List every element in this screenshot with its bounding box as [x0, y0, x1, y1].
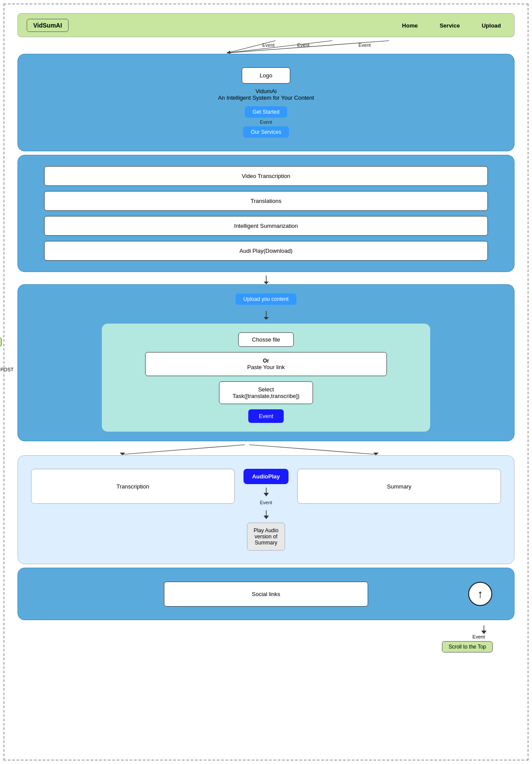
service-translations[interactable]: Translations	[44, 191, 488, 211]
svg-marker-9	[264, 317, 269, 320]
audio-event-arrow2	[260, 510, 273, 519]
navbar: VidSumAI Home Service Upload	[17, 13, 515, 37]
upload-inner-arrow	[257, 311, 275, 320]
service-intelligent-summarization[interactable]: Intelligent Summarization	[44, 216, 488, 236]
transcription-box: Transcription	[31, 469, 235, 504]
summary-box: Summary	[297, 469, 501, 504]
hero-section: Logo VidumAi An Intelligent System for Y…	[17, 54, 515, 151]
services-to-upload-arrow	[257, 276, 275, 284]
select-task-box[interactable]: Select Task([translate,transcribe])	[219, 381, 313, 404]
service-video-transcription[interactable]: Video Transcription	[44, 166, 488, 186]
nav-service[interactable]: Service	[440, 22, 460, 28]
scroll-event-arrow	[475, 625, 493, 634]
svg-marker-15	[264, 493, 269, 496]
nav-upload[interactable]: Upload	[482, 22, 501, 28]
svg-marker-19	[481, 631, 487, 634]
scroll-top-button[interactable]: ↑	[468, 582, 492, 606]
upload-section: Upload you content Chosse file Or Paste …	[17, 284, 515, 441]
svg-line-10	[122, 445, 245, 454]
svg-marker-17	[264, 516, 269, 519]
scroll-top-area: Event Scroll to the Top	[17, 625, 515, 652]
upload-button[interactable]: Upload you content	[236, 293, 296, 305]
event-button-upload[interactable]: Event	[248, 409, 284, 423]
scroll-event-label: Event	[473, 634, 485, 639]
get-started-button[interactable]: Get Started	[245, 106, 287, 118]
paste-link-label[interactable]: Paste Your link	[163, 364, 369, 370]
upload-to-results-arrows	[17, 445, 515, 455]
audio-play-area: AudioPlay Event Play Audio version of Su…	[243, 469, 289, 551]
nav-home[interactable]: Home	[402, 22, 418, 28]
api-label: api/Submit/	[0, 337, 2, 347]
logo-box: Logo	[242, 67, 290, 84]
audio-event-arrow	[260, 488, 273, 496]
our-services-button[interactable]: Our Services	[243, 126, 289, 138]
paste-link-box: Or Paste Your link	[145, 352, 386, 376]
scroll-to-top-label[interactable]: Scroll to the Top	[442, 641, 493, 652]
svg-line-2	[227, 41, 332, 53]
footer-section: Social links ↑	[17, 568, 515, 620]
navbar-brand: VidSumAI	[27, 19, 69, 32]
audio-event-label: Event	[260, 500, 272, 505]
post-label: POST	[0, 367, 14, 372]
services-section: Video Transcription Translations Intelli…	[17, 155, 515, 272]
results-section: Transcription AudioPlay Event Play Audio…	[17, 455, 515, 564]
upload-inner: Chosse file Or Paste Your link Select Ta…	[101, 323, 431, 432]
svg-text:Event: Event	[358, 42, 371, 48]
social-links-box: Social links	[164, 582, 368, 607]
navbar-links: Home Service Upload	[402, 22, 501, 28]
svg-text:Event: Event	[262, 42, 275, 48]
select-task-label: Select Task([translate,transcribe])	[233, 386, 299, 399]
nav-arrows-svg: Event Event Event	[17, 41, 515, 54]
brand-text: VidumAi An Intelligent System for Your C…	[218, 88, 314, 101]
event-label-hero: Event	[260, 119, 272, 125]
choose-file-button[interactable]: Chosse file	[238, 332, 293, 347]
or-label: Or	[163, 358, 369, 364]
audio-play-button[interactable]: AudioPlay	[243, 469, 289, 484]
play-audio-description: Play Audio version of Summary	[247, 523, 285, 551]
svg-line-12	[249, 445, 376, 454]
service-audi-play[interactable]: Audi Play(Download)	[44, 241, 488, 261]
